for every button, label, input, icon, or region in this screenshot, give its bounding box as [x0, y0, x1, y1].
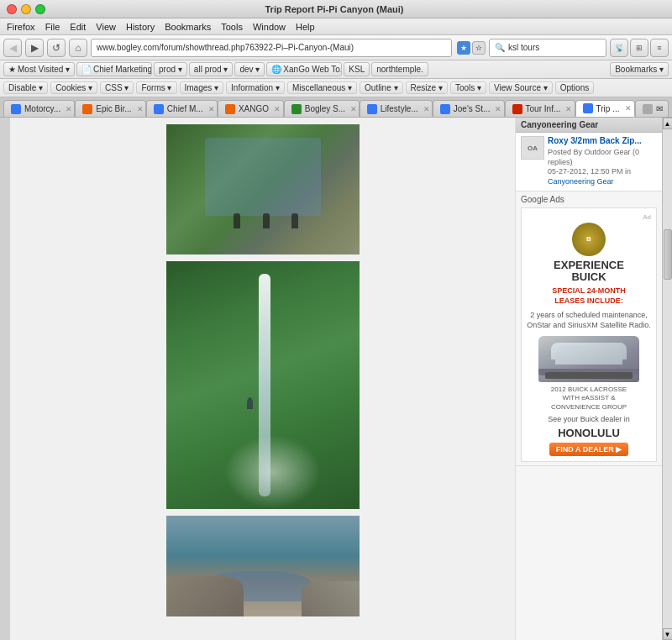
search-bar[interactable]: 🔍 ksl tours [489, 39, 606, 57]
photo-3 [166, 516, 360, 616]
ext-view-source[interactable]: View Source ▾ [489, 81, 553, 94]
ext-miscellaneous[interactable]: Miscellaneous ▾ [287, 81, 357, 94]
menu-tools[interactable]: Tools [221, 22, 243, 32]
find-dealer-button[interactable]: FIND A DEALER ▶ [549, 443, 628, 456]
tab-favicon [11, 104, 21, 114]
bookmark-ksl[interactable]: KSL [344, 62, 370, 76]
menu-edit[interactable]: Edit [70, 22, 86, 32]
google-ads-title: Google Ads [521, 195, 657, 204]
tab-favicon [367, 104, 377, 114]
bookmark-bookmarks-menu[interactable]: Bookmarks ▾ [610, 62, 669, 76]
bookmark-icon: 📄 [81, 65, 92, 74]
page-content: Canyoneering Gear OA Roxy 3/2mm Back Zip… [10, 118, 672, 640]
nav-icon-1: ★ [457, 41, 470, 55]
search-text: ksl tours [508, 43, 539, 52]
tab-close-btn[interactable]: ✕ [66, 105, 72, 113]
rss-button[interactable]: 📡 [610, 39, 628, 57]
ext-tools[interactable]: Tools ▾ [450, 81, 486, 94]
close-button[interactable] [7, 4, 17, 14]
tab-motorcycles[interactable]: Motorcy... ✕ [3, 100, 75, 117]
menu-bookmarks[interactable]: Bookmarks [165, 22, 211, 32]
scroll-track[interactable] [663, 129, 673, 628]
tab-close-btn[interactable]: ✕ [350, 105, 357, 113]
buick-ad[interactable]: Ad B EXPERIENCEBUICK SPECIAL 24-MONTHLEA… [521, 207, 657, 462]
tab-epic-bir[interactable]: Epic Bir... ✕ [75, 100, 146, 117]
bookmark-northtemple[interactable]: northtemple. [371, 62, 428, 76]
bookmark-most-visited[interactable]: ★ Most Visited ▾ [3, 62, 75, 76]
post-icon: OA [521, 136, 544, 160]
tab-chief-m[interactable]: Chief M... ✕ [146, 100, 218, 117]
tab-bogley[interactable]: Bogley S... ✕ [284, 100, 360, 117]
buick-offer: SPECIAL 24-MONTHLEASES INCLUDE: [527, 286, 651, 306]
ext-images[interactable]: Images ▾ [180, 81, 224, 94]
tab-close-btn[interactable]: ✕ [495, 105, 501, 113]
buick-city: HONOLULU [527, 427, 651, 439]
back-button[interactable]: ◀ [3, 39, 22, 57]
address-bar[interactable]: www.bogley.com/forum/showthread.php76392… [91, 39, 452, 57]
scroll-thumb[interactable] [664, 229, 672, 280]
tab-mail[interactable]: ✉ [635, 100, 669, 117]
menu-history[interactable]: History [126, 22, 155, 32]
menu-view[interactable]: View [96, 22, 116, 32]
extra-btn-2[interactable]: ≡ [650, 39, 669, 57]
window-title: Trip Report Pi-Pi Canyon (Maui) [45, 4, 623, 14]
tab-close-btn[interactable]: ✕ [274, 105, 281, 113]
tab-tour-inf[interactable]: Tour Inf... ✕ [505, 100, 575, 117]
forward-button[interactable]: ▶ [25, 39, 44, 57]
ext-options[interactable]: Options [555, 81, 594, 94]
minimize-button[interactable] [21, 4, 31, 14]
photo-2-container [166, 261, 360, 509]
tab-close-btn[interactable]: ✕ [137, 105, 144, 113]
menu-window[interactable]: Window [253, 22, 286, 32]
bookmark-xango[interactable]: 🌐 XanGo Web To... [266, 62, 342, 76]
globe-icon: 🌐 [271, 65, 281, 74]
buick-headline: EXPERIENCEBUICK [527, 260, 651, 284]
tab-close-btn[interactable]: ✕ [565, 105, 572, 113]
left-margin [0, 118, 10, 640]
scroll-up-button[interactable]: ▲ [663, 118, 673, 129]
post-meta: Posted By Outdoor Gear (0 replies) 05-27… [548, 148, 657, 187]
home-button[interactable]: ⌂ [69, 39, 87, 57]
buick-logo: B [572, 223, 606, 256]
post-title[interactable]: Roxy 3/2mm Back Zip... [548, 136, 657, 146]
tabs-bar: Motorcy... ✕ Epic Bir... ✕ Chief M... ✕ … [0, 97, 672, 118]
ext-css[interactable]: CSS ▾ [100, 81, 134, 94]
ext-disable[interactable]: Disable ▾ [3, 81, 48, 94]
right-sidebar: Canyoneering Gear OA Roxy 3/2mm Back Zip… [515, 118, 662, 640]
ext-forms[interactable]: Forms ▾ [136, 81, 176, 94]
tab-close-btn[interactable]: ✕ [625, 104, 632, 113]
bookmark-prod[interactable]: prod ▾ [154, 62, 187, 76]
menu-file[interactable]: File [45, 22, 60, 32]
post-column [10, 118, 515, 640]
tab-trip[interactable]: Trip ... ✕ [575, 100, 635, 117]
photo-1 [166, 124, 360, 254]
ext-cookies[interactable]: Cookies ▾ [50, 81, 97, 94]
tab-close-btn[interactable]: ✕ [208, 105, 215, 113]
bookmark-chief-marketing[interactable]: 📄 Chief Marketing... [76, 62, 152, 76]
tab-xango[interactable]: XANGO ✕ [218, 100, 284, 117]
menu-firefox[interactable]: Firefox [7, 22, 35, 32]
nav-icon-2[interactable]: ☆ [472, 41, 486, 55]
tab-lifestyle[interactable]: Lifestyle... ✕ [360, 100, 433, 117]
search-engine-icon: 🔍 [495, 43, 505, 52]
sidebar-post: OA Roxy 3/2mm Back Zip... Posted By Outd… [516, 133, 662, 191]
menu-help[interactable]: Help [296, 22, 315, 32]
ext-information[interactable]: Information ▾ [226, 81, 285, 94]
scroll-down-button[interactable]: ▼ [663, 628, 673, 640]
tab-joes[interactable]: Joe's St... ✕ [433, 100, 505, 117]
extra-btn-1[interactable]: ⊞ [630, 39, 648, 57]
content-area: Canyoneering Gear OA Roxy 3/2mm Back Zip… [10, 118, 672, 640]
tab-close-btn[interactable]: ✕ [423, 105, 430, 113]
window-controls[interactable] [7, 4, 45, 14]
reload-button[interactable]: ↺ [47, 39, 66, 57]
post-category[interactable]: Canyoneering Gear [548, 177, 614, 186]
photo-3-container [166, 516, 360, 616]
ext-resize[interactable]: Resize ▾ [406, 81, 448, 94]
bookmark-dev[interactable]: dev ▾ [234, 62, 265, 76]
right-scrollbar[interactable]: ▲ ▼ [662, 118, 672, 640]
ext-outline[interactable]: Outline ▾ [360, 81, 402, 94]
bookmark-all-prod[interactable]: all prod ▾ [189, 62, 234, 76]
tab-favicon [291, 104, 302, 114]
photo-2 [166, 261, 360, 509]
maximize-button[interactable] [35, 4, 45, 14]
